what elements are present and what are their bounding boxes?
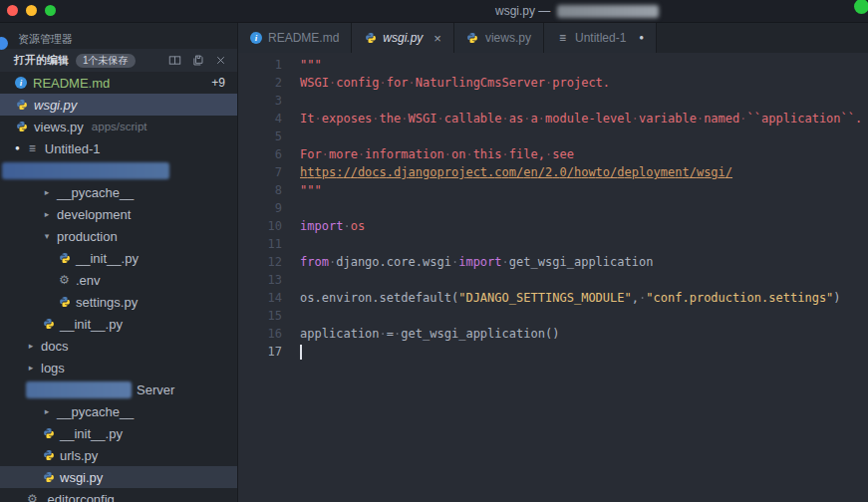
- file-path: apps/script: [92, 121, 147, 132]
- line-number: 16: [238, 325, 282, 343]
- code-text: https://docs.djangoproject.com/en/2.0/ho…: [300, 163, 732, 181]
- tree-item-label: urls.py: [60, 448, 98, 463]
- tree-item-__pycache__[interactable]: ▸__pycache__: [0, 400, 237, 422]
- code-line-10[interactable]: 10import·os: [238, 217, 868, 235]
- line-number: 13: [238, 271, 282, 289]
- code-line-16[interactable]: 16application·=·get_wsgi_application(): [238, 325, 868, 343]
- line-number: 14: [238, 289, 282, 307]
- window-title-group: wsgi.py —: [495, 4, 659, 18]
- code-line-9[interactable]: 9: [238, 199, 868, 217]
- code-line-15[interactable]: 15: [238, 307, 868, 325]
- line-number: 5: [238, 127, 282, 145]
- chevron-right-icon: ▸: [42, 209, 52, 219]
- code-line-13[interactable]: 13: [238, 271, 868, 289]
- tree-item-label: Server: [137, 382, 174, 397]
- code-line-8[interactable]: 8""": [238, 181, 868, 199]
- line-number: 2: [238, 74, 282, 92]
- tree-item-__init__.py[interactable]: __init__.py: [0, 313, 237, 335]
- gear-icon: ⚙: [26, 493, 39, 502]
- code-line-17[interactable]: 17: [238, 343, 868, 361]
- tree-item-settings.py[interactable]: settings.py: [0, 291, 237, 313]
- tab-close-button[interactable]: ×: [434, 32, 441, 45]
- code-line-11[interactable]: 11: [238, 235, 868, 253]
- open-editor-views.py[interactable]: views.pyapps/script: [0, 116, 237, 137]
- tab-README.md[interactable]: iREADME.md: [238, 23, 352, 53]
- chevron-down-icon: ▾: [42, 231, 52, 241]
- chevron-right-icon: ▸: [42, 406, 52, 416]
- code-line-4[interactable]: 4It·exposes·the·WSGI·callable·as·a·modul…: [238, 110, 868, 127]
- open-editor-Untitled-1[interactable]: ●≡Untitled-1: [0, 137, 237, 159]
- tab-views.py[interactable]: views.py: [454, 23, 544, 53]
- redacted-window-title-path: [557, 5, 659, 18]
- code-line-3[interactable]: 3: [238, 92, 868, 110]
- tree-item-wsgi.py[interactable]: wsgi.py: [0, 466, 237, 488]
- code-text: from·django.core.wsgi·import·get_wsgi_ap…: [300, 253, 653, 271]
- tree-item-logs[interactable]: ▸logs: [0, 357, 237, 378]
- tree-item-label: development: [57, 207, 131, 222]
- tree-item-urls.py[interactable]: urls.py: [0, 444, 237, 466]
- tree-item-label: __init__.py: [60, 426, 123, 441]
- python-icon: [42, 427, 55, 440]
- toggle-editor-layout-icon[interactable]: [167, 54, 181, 68]
- code-line-1[interactable]: 1""": [238, 56, 868, 74]
- tree-item-.env[interactable]: ⚙.env: [0, 269, 237, 291]
- green-corner-dot: [854, 0, 868, 14]
- redacted-folder-name: [2, 162, 169, 179]
- python-icon: [42, 471, 55, 484]
- tab-modified-dot[interactable]: ●: [639, 34, 644, 42]
- code-text: WSGI·config·for·NaturlingCmsServer·proje…: [300, 74, 610, 92]
- tree-item-development[interactable]: ▸development: [0, 203, 237, 225]
- open-editors-header[interactable]: 打开的编辑 1个未保存: [0, 49, 237, 72]
- python-icon: [364, 32, 377, 45]
- code-editor[interactable]: 1"""2WSGI·config·for·NaturlingCmsServer·…: [238, 53, 868, 502]
- tree-item-redacted-folder[interactable]: [0, 159, 237, 181]
- tree-item-__init__.py[interactable]: __init__.py: [0, 422, 237, 444]
- code-line-6[interactable]: 6For·more·information·on·this·file,·see: [238, 145, 868, 163]
- file-label: README.md: [33, 76, 110, 91]
- modified-dot: ●: [15, 144, 20, 152]
- code-text: """: [300, 56, 322, 74]
- line-number: 9: [238, 199, 282, 217]
- tree-item-docs[interactable]: ▸docs: [0, 335, 237, 357]
- close-window-button[interactable]: [7, 5, 18, 16]
- tab-bar: iREADME.mdwsgi.py×views.py≡Untitled-1●: [238, 23, 868, 53]
- tree-item-Server[interactable]: Server: [0, 378, 237, 400]
- tree-item-.editorconfig[interactable]: ⚙.editorconfig: [0, 488, 237, 502]
- save-all-icon[interactable]: [190, 54, 204, 68]
- close-all-editors-icon[interactable]: [213, 54, 227, 68]
- code-line-12[interactable]: 12from·django.core.wsgi·import·get_wsgi_…: [238, 253, 868, 271]
- tab-wsgi.py[interactable]: wsgi.py×: [352, 23, 454, 53]
- tree-item-__init__.py[interactable]: __init__.py: [0, 247, 237, 269]
- zoom-window-button[interactable]: [45, 5, 56, 16]
- open-editor-wsgi.py[interactable]: wsgi.py: [0, 94, 237, 116]
- open-editor-README.md[interactable]: iREADME.md+9: [0, 72, 237, 94]
- tab-label: views.py: [485, 31, 531, 45]
- code-line-5[interactable]: 5: [238, 127, 868, 145]
- file-label: Untitled-1: [45, 141, 101, 156]
- file-label: views.py: [34, 120, 84, 134]
- code-text: os.environ.setdefault("DJANGO_SETTINGS_M…: [300, 289, 841, 307]
- file-label: wsgi.py: [34, 98, 77, 113]
- tree-item-production[interactable]: ▾production: [0, 225, 237, 247]
- tree-item-label: docs: [41, 339, 68, 354]
- code-text: application·=·get_wsgi_application(): [300, 325, 559, 343]
- redacted-name-prefix: [26, 381, 132, 398]
- code-text: """: [300, 181, 322, 199]
- code-text: It·exposes·the·WSGI·callable·as·a·module…: [300, 110, 862, 127]
- code-line-2[interactable]: 2WSGI·config·for·NaturlingCmsServer·proj…: [238, 74, 868, 92]
- tab-label: wsgi.py: [383, 31, 423, 45]
- tree-item-label: __init__.py: [76, 251, 139, 266]
- tab-Untitled-1[interactable]: ≡Untitled-1●: [544, 23, 657, 53]
- minimize-window-button[interactable]: [26, 5, 37, 16]
- python-icon: [58, 252, 71, 265]
- info-icon: i: [250, 32, 262, 44]
- code-line-14[interactable]: 14os.environ.setdefault("DJANGO_SETTINGS…: [238, 289, 868, 307]
- line-number: 3: [238, 92, 282, 110]
- tab-label: Untitled-1: [575, 31, 626, 45]
- open-editors-list: iREADME.md+9wsgi.pyviews.pyapps/script●≡…: [0, 72, 237, 159]
- code-line-7[interactable]: 7https://docs.djangoproject.com/en/2.0/h…: [238, 163, 868, 181]
- tree-item-__pycache__[interactable]: ▸__pycache__: [0, 181, 237, 203]
- explorer-title: 资源管理器: [0, 23, 237, 49]
- line-number: 12: [238, 253, 282, 271]
- title-bar: wsgi.py —: [0, 0, 868, 23]
